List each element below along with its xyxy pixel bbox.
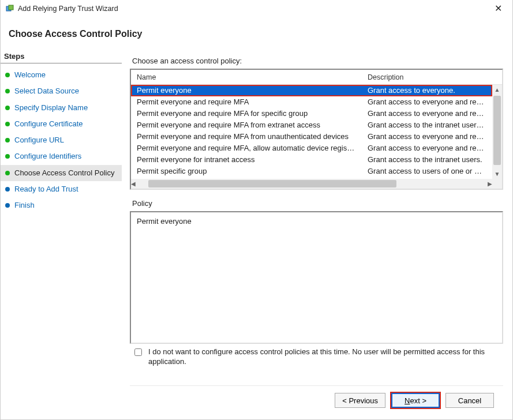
step-welcome[interactable]: Welcome <box>1 67 122 83</box>
step-label: Welcome <box>14 70 46 80</box>
step-finish[interactable]: Finish <box>1 197 122 213</box>
step-configure-identifiers[interactable]: Configure Identifiers <box>1 148 122 164</box>
policy-row-name: Permit specific group <box>131 166 362 177</box>
step-label: Configure Identifiers <box>14 152 81 161</box>
app-icon <box>5 4 14 13</box>
step-label: Configure Certificate <box>14 119 83 129</box>
column-header-name[interactable]: Name <box>131 71 362 84</box>
policy-row-name: Permit everyone for intranet access <box>131 154 362 166</box>
vertical-scroll-thumb[interactable] <box>493 96 501 165</box>
step-bullet-icon <box>5 138 10 142</box>
step-label: Configure URL <box>14 136 64 145</box>
next-button[interactable]: Next > <box>391 393 440 408</box>
policy-row-description: Grant access to everyone. <box>362 85 492 96</box>
policy-list-header: Name Description <box>131 70 502 85</box>
skip-policy-label[interactable]: I do not want to configure access contro… <box>148 347 501 367</box>
policy-row-description: Grant access to the intranet users an <box>362 119 492 131</box>
step-bullet-icon <box>5 171 10 175</box>
horizontal-scroll-thumb[interactable] <box>148 180 396 187</box>
skip-policy-checkbox[interactable] <box>134 348 142 356</box>
policy-row-description: Grant access to everyone and requir <box>362 142 492 154</box>
policy-detail-label: Policy <box>132 199 503 208</box>
vertical-scrollbar[interactable]: ▲ ▼ <box>492 85 502 179</box>
policy-list: Name Description Permit everyoneGrant ac… <box>130 69 503 190</box>
policy-row[interactable]: Permit everyone and require MFA from una… <box>131 131 492 142</box>
next-button-rest: ext > <box>410 396 426 405</box>
step-bullet-icon <box>5 203 10 208</box>
svg-rect-1 <box>9 5 13 10</box>
policy-row-description: Grant access to the intranet users. <box>362 154 492 166</box>
step-label: Finish <box>14 201 35 210</box>
next-button-accelerator: N <box>405 396 410 405</box>
steps-header: Steps <box>1 52 122 63</box>
step-label: Specify Display Name <box>14 103 88 112</box>
policy-row-name: Permit everyone and require MFA for spec… <box>131 108 362 119</box>
policy-list-label: Choose an access control policy: <box>132 57 503 65</box>
scroll-left-arrow-icon[interactable]: ◀ <box>131 179 136 189</box>
scroll-corner <box>492 179 502 189</box>
policy-row-description: Grant access to users of one or more <box>362 166 492 177</box>
wizard-button-bar: < Previous Next > Cancel <box>130 385 503 416</box>
titlebar: Add Relying Party Trust Wizard ✕ <box>1 0 512 17</box>
step-select-data-source[interactable]: Select Data Source <box>1 83 122 99</box>
policy-row[interactable]: Permit everyone and require MFA from ext… <box>131 119 492 131</box>
horizontal-scrollbar[interactable]: ◀ ▶ <box>131 179 492 189</box>
step-bullet-icon <box>5 73 10 77</box>
step-bullet-icon <box>5 106 10 110</box>
scroll-down-arrow-icon[interactable]: ▼ <box>492 169 502 179</box>
policy-row-name: Permit everyone and require MFA from una… <box>131 131 362 142</box>
step-label: Select Data Source <box>14 87 79 96</box>
step-configure-certificate[interactable]: Configure Certificate <box>1 116 122 132</box>
policy-row-name: Permit everyone and require MFA <box>131 96 362 108</box>
policy-row[interactable]: Permit everyone and require MFA for spec… <box>131 108 492 119</box>
policy-row-description: Grant access to everyone and requir <box>362 131 492 142</box>
step-label: Choose Access Control Policy <box>14 168 114 178</box>
policy-row[interactable]: Permit everyone and require MFAGrant acc… <box>131 96 492 108</box>
policy-row-description: Grant access to everyone and requir <box>362 96 492 108</box>
close-button[interactable]: ✕ <box>489 1 508 17</box>
policy-row[interactable]: Permit everyone for intranet accessGrant… <box>131 154 492 166</box>
policy-row[interactable]: Permit specific groupGrant access to use… <box>131 166 492 177</box>
step-ready-to-add-trust[interactable]: Ready to Add Trust <box>1 181 122 197</box>
step-bullet-icon <box>5 122 10 126</box>
policy-row-name: Permit everyone and require MFA from ext… <box>131 119 362 131</box>
window-title: Add Relying Party Trust Wizard <box>18 5 118 13</box>
policy-row-name: Permit everyone <box>131 85 362 96</box>
step-choose-access-control-policy[interactable]: Choose Access Control Policy <box>1 165 122 181</box>
page-heading: Choose Access Control Policy <box>1 17 512 50</box>
steps-sidebar: Steps WelcomeSelect Data SourceSpecify D… <box>1 50 122 416</box>
step-bullet-icon <box>5 187 10 192</box>
wizard-window: Add Relying Party Trust Wizard ✕ Choose … <box>0 0 513 420</box>
policy-row-description: Grant access to everyone and requir <box>362 108 492 119</box>
scroll-right-arrow-icon[interactable]: ▶ <box>488 179 492 189</box>
column-header-description[interactable]: Description <box>362 71 502 84</box>
main-panel: Choose an access control policy: Name De… <box>122 50 512 416</box>
policy-row[interactable]: Permit everyoneGrant access to everyone. <box>131 85 492 96</box>
cancel-button[interactable]: Cancel <box>445 393 494 408</box>
step-specify-display-name[interactable]: Specify Display Name <box>1 100 122 116</box>
policy-row[interactable]: Permit everyone and require MFA, allow a… <box>131 142 492 154</box>
step-configure-url[interactable]: Configure URL <box>1 132 122 148</box>
policy-detail-text: Permit everyone <box>137 217 192 226</box>
previous-button[interactable]: < Previous <box>335 393 385 408</box>
step-bullet-icon <box>5 154 10 159</box>
scroll-up-arrow-icon[interactable]: ▲ <box>492 85 502 95</box>
step-bullet-icon <box>5 89 10 93</box>
policy-row-name: Permit everyone and require MFA, allow a… <box>131 142 362 154</box>
policy-detail-box: Permit everyone <box>130 211 503 344</box>
step-label: Ready to Add Trust <box>14 185 78 194</box>
